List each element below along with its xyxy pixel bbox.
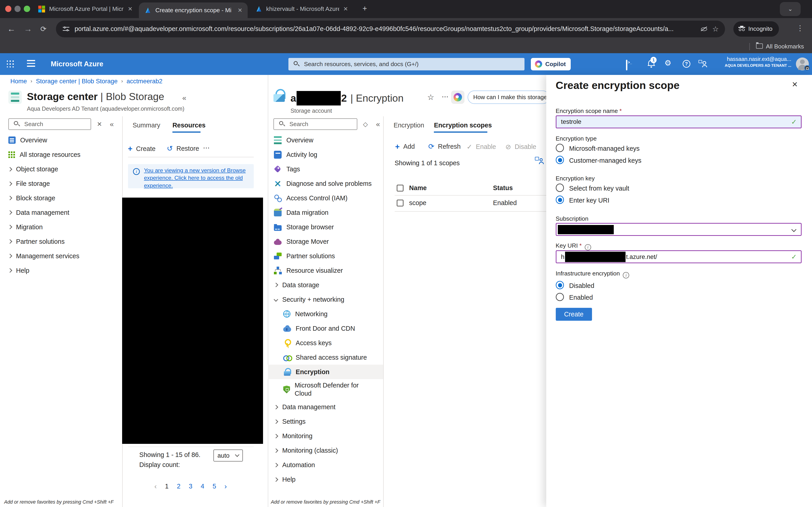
dismiss-icon[interactable]: ✕	[97, 121, 102, 128]
column-header-status[interactable]: Status	[493, 184, 513, 192]
tab-summary[interactable]: Summary	[133, 121, 160, 129]
menu-item-tags[interactable]: Tags	[268, 162, 383, 176]
address-bar[interactable]: portal.azure.com/#@aquadeveloper.onmicro…	[56, 20, 725, 37]
cloud-shell-icon[interactable]	[626, 60, 627, 70]
subscription-dropdown[interactable]	[556, 223, 802, 236]
sidebar-item-data-management[interactable]: Data management	[0, 205, 122, 220]
expand-icon[interactable]: ◇	[363, 121, 368, 128]
avatar[interactable]	[796, 57, 809, 70]
menu-item-overview[interactable]: Overview	[268, 133, 383, 147]
close-tab-icon[interactable]: ✕	[238, 7, 242, 13]
radio-infra-disabled-label[interactable]: Disabled	[569, 282, 594, 289]
app-launcher-icon[interactable]	[7, 60, 14, 68]
url-text[interactable]: portal.azure.com/#@aquadeveloper.onmicro…	[74, 25, 696, 33]
copilot-button[interactable]: Copilot	[531, 58, 571, 70]
help-icon[interactable]: ?	[682, 60, 690, 68]
create-button[interactable]: Create	[556, 308, 592, 321]
menu-item-defender[interactable]: Microsoft Defender for Cloud	[268, 379, 383, 400]
page-5[interactable]: 5	[212, 483, 216, 490]
radio-select-from-key-vault[interactable]	[556, 183, 564, 192]
browser-menu-icon[interactable]: ⋮	[796, 24, 804, 33]
site-controls-icon[interactable]	[63, 26, 69, 32]
menu-item-shared-access-signature[interactable]: Shared access signature	[268, 350, 383, 364]
browser-tab-2-active[interactable]: Create encryption scope - Mi ✕	[139, 2, 248, 18]
add-button[interactable]: + Add	[395, 143, 415, 151]
settings-gear-icon[interactable]: ⚙	[664, 58, 671, 67]
sidebar-item-block-storage[interactable]: Block storage	[0, 191, 122, 205]
sidebar-item-migration[interactable]: Migration	[0, 220, 122, 234]
page-size-select[interactable]: auto	[213, 450, 243, 461]
sidebar-item-all-storage-resources[interactable]: All storage resources	[0, 147, 122, 162]
browser-tab-3[interactable]: khizervault - Microsoft Azure ✕	[250, 0, 353, 18]
menu-item-access-control[interactable]: Access Control (IAM)	[268, 191, 383, 205]
close-tab-icon[interactable]: ✕	[128, 6, 133, 12]
row-checkbox[interactable]	[397, 200, 404, 207]
tab-encryption[interactable]: Encryption	[394, 121, 424, 129]
menu-group-data-management[interactable]: Data management	[268, 400, 383, 414]
menu-group-data-storage[interactable]: Data storage	[268, 278, 383, 292]
blade-search-input[interactable]: Search	[8, 118, 91, 130]
portal-menu-icon[interactable]	[27, 60, 35, 67]
close-tab-icon[interactable]: ✕	[343, 6, 348, 12]
sidebar-item-partner-solutions[interactable]: Partner solutions	[0, 234, 122, 249]
menu-group-monitoring[interactable]: Monitoring	[268, 429, 383, 443]
tab-search-button[interactable]: ⌄	[780, 2, 801, 16]
scope-name-link[interactable]: scope	[409, 199, 426, 207]
browser-tab-1[interactable]: Microsoft Azure Portal | Micro ✕	[33, 0, 138, 18]
page-4[interactable]: 4	[201, 483, 204, 490]
more-actions-icon[interactable]: ⋯	[442, 93, 449, 101]
next-page-icon[interactable]: ›	[224, 482, 227, 491]
create-button[interactable]: + Create	[128, 145, 156, 153]
sidebar-item-overview[interactable]: Overview	[0, 133, 122, 147]
refresh-button[interactable]: ⟳ Refresh	[428, 143, 461, 150]
key-uri-input[interactable]: h t.azure.net/ ✓	[556, 250, 802, 263]
bookmark-star-icon[interactable]: ☆	[712, 25, 719, 33]
menu-group-settings[interactable]: Settings	[268, 414, 383, 429]
collapse-menu-icon[interactable]: «	[376, 120, 380, 128]
radio-customer-managed-selected[interactable]	[556, 156, 564, 164]
menu-group-monitoring-classic[interactable]: Monitoring (classic)	[268, 443, 383, 458]
restore-button[interactable]: ↺ Restore	[167, 145, 199, 152]
collapse-blade-icon[interactable]: «	[183, 94, 187, 102]
menu-item-networking[interactable]: Networking	[268, 307, 383, 321]
radio-infra-enabled-label[interactable]: Enabled	[569, 294, 593, 301]
menu-item-storage-browser[interactable]: Storage browser	[268, 220, 383, 234]
radio-microsoft-managed-label[interactable]: Microsoft-managed keys	[569, 145, 640, 152]
menu-item-front-door-cdn[interactable]: Front Door and CDN	[268, 321, 383, 336]
menu-group-security-networking[interactable]: Security + networking	[268, 292, 383, 307]
more-actions-icon[interactable]: ⋯	[203, 144, 210, 152]
info-icon[interactable]: i	[585, 244, 591, 250]
all-bookmarks-button[interactable]: All Bookmarks	[766, 43, 804, 50]
radio-enter-key-uri-selected[interactable]	[556, 195, 564, 204]
maximize-window-button[interactable]	[24, 6, 30, 12]
radio-microsoft-managed[interactable]	[556, 144, 564, 152]
sidebar-item-object-storage[interactable]: Object storage	[0, 162, 122, 176]
blade-search-input[interactable]: Search	[273, 118, 357, 130]
page-3[interactable]: 3	[189, 483, 192, 490]
menu-item-data-migration[interactable]: Data migration	[268, 205, 383, 220]
scope-name-input[interactable]: testrole ✓	[556, 115, 802, 128]
radio-infra-disabled-selected[interactable]	[556, 281, 564, 289]
sidebar-item-help[interactable]: Help	[0, 263, 122, 278]
info-banner-link[interactable]: You are viewing a new version of Browse …	[144, 164, 254, 188]
tab-encryption-scopes[interactable]: Encryption scopes	[434, 121, 492, 129]
menu-item-resource-visualizer[interactable]: Resource visualizer	[268, 263, 383, 278]
prev-page-icon[interactable]: ‹	[154, 482, 157, 491]
info-icon[interactable]: i	[623, 272, 629, 278]
new-tab-button[interactable]: +	[362, 4, 367, 13]
global-search-input[interactable]: Search resources, services, and docs (G+…	[289, 58, 524, 70]
page-1-current[interactable]: 1	[165, 483, 168, 490]
radio-select-from-key-vault-label[interactable]: Select from key vault	[569, 185, 629, 192]
column-header-name[interactable]: Name	[409, 184, 427, 192]
page-2[interactable]: 2	[177, 483, 181, 490]
menu-group-automation[interactable]: Automation	[268, 458, 383, 472]
eye-off-icon[interactable]	[700, 25, 708, 33]
favorite-star-icon[interactable]: ☆	[427, 93, 434, 102]
back-button[interactable]: ←	[7, 18, 16, 40]
reload-button[interactable]: ⟳	[40, 18, 46, 40]
azure-brand[interactable]: Microsoft Azure	[51, 60, 103, 68]
forward-button[interactable]: →	[24, 18, 32, 40]
account-info[interactable]: hassaan.nasir.ext@aqua... AQUA DEVELOPER…	[725, 56, 792, 68]
radio-enter-key-uri-label[interactable]: Enter key URI	[569, 197, 609, 204]
menu-item-encryption-selected[interactable]: Encryption	[268, 364, 383, 379]
